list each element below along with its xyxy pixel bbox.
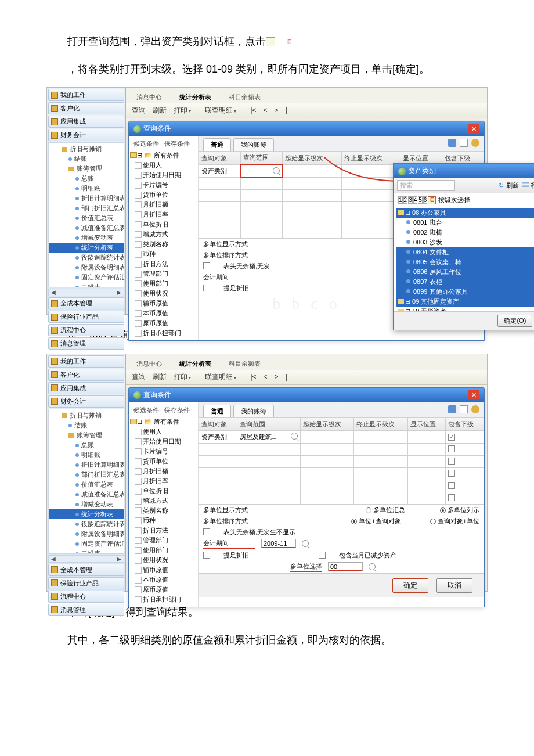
cat-tree-item[interactable]: 0801 班台 <box>396 218 534 228</box>
cond-item[interactable]: 月折旧额 <box>130 466 197 476</box>
cond-item[interactable]: 月折旧额 <box>130 200 197 210</box>
close-icon[interactable]: ✕ <box>468 124 479 134</box>
refresh-button[interactable]: 刷新 <box>506 182 519 189</box>
sub-tabs[interactable]: 普通我的账簿 <box>199 136 484 151</box>
nav-item[interactable]: 减值准备汇总表 <box>49 223 124 233</box>
level-num-button[interactable]: 2 <box>403 196 408 204</box>
new-icon[interactable] <box>460 139 468 147</box>
toolbar-item[interactable]: > <box>275 373 279 381</box>
cond-item[interactable]: 增减方式 <box>130 496 197 506</box>
cond-item[interactable]: 使用状况 <box>130 555 197 565</box>
toolbar-item[interactable]: 联查明细 ▾ <box>205 106 243 114</box>
rail-section[interactable]: 流程中心 <box>48 324 124 336</box>
columns-button[interactable]: 栏目 <box>531 182 534 189</box>
main-tab[interactable]: 消息中心 <box>132 91 167 103</box>
cond-item[interactable]: 本币原值 <box>130 308 197 318</box>
dialog-toolbar-icons[interactable] <box>448 139 479 147</box>
user-icon[interactable] <box>471 139 479 147</box>
nav-tree[interactable]: 折旧与摊销结账账簿管理总账明细账折旧计算明细表部门折旧汇总表价值汇总表减值准备汇… <box>48 409 124 554</box>
include-sub-checkbox[interactable] <box>448 434 455 441</box>
row-chk[interactable] <box>448 445 455 452</box>
cond-item[interactable]: 原币原值 <box>130 585 197 595</box>
deprec-checkbox[interactable] <box>203 552 210 559</box>
nav-scroll[interactable]: ◀▶ <box>48 289 124 296</box>
nav-item[interactable]: 附属设备明细表 <box>49 262 124 272</box>
rail-section[interactable]: 我的工作 <box>48 89 124 101</box>
cond-item[interactable]: 辅币原值 <box>130 565 197 575</box>
nav-item[interactable]: 增减变动表 <box>49 499 124 509</box>
no-balance-checkbox[interactable] <box>203 528 210 535</box>
cancel-button[interactable]: 取消 <box>436 578 472 593</box>
cat-tree-item[interactable]: 0806 屏风工作位 <box>396 267 534 277</box>
level-selector[interactable]: 123456 E 按级次选择 <box>394 193 534 207</box>
nav-item[interactable]: 部门折旧汇总表 <box>49 470 124 480</box>
multi-unit-input[interactable]: 00 <box>328 562 363 571</box>
toolbar-item[interactable]: |< <box>250 106 256 114</box>
cond-item[interactable]: 卡片编号 <box>130 447 197 456</box>
row-asset-category-range[interactable] <box>241 164 283 177</box>
new-icon[interactable] <box>460 405 468 413</box>
cond-item[interactable]: 折旧承担部门 <box>130 328 197 338</box>
radio-unit-obj[interactable] <box>351 519 357 524</box>
main-tab[interactable]: 统计分析表 <box>175 91 216 103</box>
lookup-icon[interactable] <box>302 540 309 547</box>
level-num-button[interactable]: 5 <box>418 196 423 204</box>
main-toolbar[interactable]: 查询刷新打印 ▾联查明细 ▾|<<>| <box>126 103 487 118</box>
nav-item[interactable]: 明细账 <box>49 183 124 193</box>
cond-item[interactable]: 使用人 <box>130 160 197 170</box>
main-tab[interactable]: 科目余额表 <box>224 91 265 103</box>
cat-tree-item[interactable]: 0807 衣柜 <box>396 277 534 287</box>
rail-section[interactable]: 应用集成 <box>48 116 124 128</box>
rail-section[interactable]: 保险行业产品 <box>48 577 124 589</box>
rail-section[interactable]: 财务会计 <box>48 395 124 408</box>
cond-item[interactable]: 辅币原值 <box>130 298 197 308</box>
nav-item[interactable]: 统计分析表 <box>49 243 124 253</box>
toolbar-item[interactable]: 打印 ▾ <box>174 373 198 381</box>
cond-item[interactable]: 货币单位 <box>130 190 197 200</box>
cond-item[interactable]: 单位折旧 <box>130 486 197 496</box>
rail-section[interactable]: 客户化 <box>48 102 124 114</box>
radio-obj-unit[interactable] <box>430 519 436 524</box>
row-chk[interactable] <box>448 470 455 477</box>
cat-tree-item[interactable]: 0899 其他办公家具 <box>396 287 534 297</box>
cat-tree-item[interactable]: 0804 文件柜 <box>396 247 534 257</box>
user-icon[interactable] <box>471 405 479 413</box>
main-tab[interactable]: 科目余额表 <box>224 358 265 370</box>
cond-item[interactable]: 币种 <box>130 249 197 259</box>
cond-item[interactable]: 卡片编号 <box>130 180 197 190</box>
rail-section[interactable]: 应用集成 <box>48 382 124 394</box>
cat-tree-item[interactable]: ⊟ 09 其他固定资产 <box>396 297 534 307</box>
level-num-button[interactable]: 3 <box>408 196 413 204</box>
cond-item[interactable]: 单位折旧 <box>130 219 197 229</box>
nav-item[interactable]: 固定资产评估汇... <box>49 539 124 549</box>
row-asset-category-range[interactable]: 房屋及建筑... <box>237 430 300 443</box>
nav-item[interactable]: 账簿管理 <box>49 164 124 174</box>
lookup-icon[interactable] <box>273 167 280 174</box>
sub-tab[interactable]: 我的账簿 <box>233 138 274 151</box>
toolbar-item[interactable]: 打印 ▾ <box>174 106 198 114</box>
nav-tree[interactable]: 折旧与摊销结账账簿管理总账明细账折旧计算明细表部门折旧汇总表价值汇总表减值准备汇… <box>48 142 124 287</box>
rail-section[interactable]: 消息管理 <box>48 604 124 616</box>
nav-item[interactable]: 役龄追踪统计表 <box>49 253 124 262</box>
sub-tab[interactable]: 普通 <box>203 405 231 417</box>
toolbar-item[interactable]: 联查明细 ▾ <box>205 373 243 381</box>
incl-curr-checkbox[interactable] <box>319 552 326 559</box>
nav-item[interactable]: 总账 <box>49 174 124 183</box>
rail-section[interactable]: 保险行业产品 <box>48 311 124 323</box>
cond-item[interactable]: 增减方式 <box>130 229 197 239</box>
close-icon[interactable]: ✕ <box>468 390 479 399</box>
cond-item[interactable]: 类别名称 <box>130 239 197 249</box>
rail-section[interactable]: 流程中心 <box>48 591 124 603</box>
toolbar-item[interactable]: < <box>264 106 268 114</box>
nav-item[interactable]: 二维表 <box>49 282 124 287</box>
cond-item[interactable]: 原币原值 <box>130 318 197 328</box>
rail-section[interactable]: 全成本管理 <box>48 564 124 576</box>
deprec-checkbox[interactable] <box>203 285 210 291</box>
cond-item[interactable]: 使用人 <box>130 427 197 437</box>
level-num-button[interactable]: 6 <box>423 196 428 204</box>
toolbar-item[interactable]: 刷新 <box>153 373 167 381</box>
nav-item[interactable]: 价值汇总表 <box>49 213 124 223</box>
toolbar-item[interactable]: 查询 <box>132 373 146 381</box>
main-tab[interactable]: 消息中心 <box>132 358 167 370</box>
cat-tree-item[interactable]: 0802 班椅 <box>396 228 534 237</box>
